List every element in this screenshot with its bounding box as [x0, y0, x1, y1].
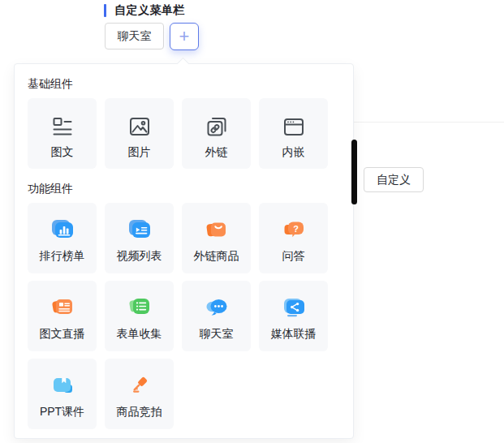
custom-button[interactable]: 自定义	[364, 167, 424, 192]
menu-item-chatroom-button[interactable]: 聊天室	[105, 23, 164, 49]
video-list-icon	[123, 215, 156, 246]
component-label: 排行榜单	[40, 248, 85, 263]
component-label: PPT课件	[40, 404, 84, 419]
embed-window-icon	[280, 112, 308, 140]
question-answer-icon: ?	[278, 215, 310, 246]
popup-arrow	[177, 58, 190, 71]
auction-gavel-icon	[123, 371, 156, 402]
component-label: 视频列表	[117, 248, 162, 263]
component-card-embed[interactable]: 内嵌	[259, 98, 328, 169]
ranking-icon	[46, 215, 79, 246]
component-card-qa[interactable]: ? 问答	[259, 203, 328, 273]
component-label: 内嵌	[282, 144, 305, 159]
component-card-ppt[interactable]: PPT课件	[28, 359, 97, 429]
component-label: 商品竞拍	[117, 404, 162, 419]
menu-bar-title: 自定义菜单栏	[104, 3, 185, 18]
component-card-live-article[interactable]: 图文直播	[28, 281, 97, 351]
component-card-ranking[interactable]: 排行榜单	[28, 203, 97, 273]
component-label: 聊天室	[200, 326, 234, 341]
function-components-row-2: 图文直播	[28, 281, 340, 351]
title-accent-bar	[104, 4, 106, 17]
section-title-function: 功能组件	[28, 182, 340, 195]
component-label: 图文	[51, 144, 74, 159]
component-label: 表单收集	[117, 326, 162, 341]
article-icon	[49, 112, 76, 140]
component-card-auction[interactable]: 商品竞拍	[105, 359, 174, 429]
component-card-video-list[interactable]: 视频列表	[105, 203, 174, 273]
function-components-row-1: 排行榜单 视频列表	[28, 203, 340, 273]
component-label: 媒体联播	[271, 326, 317, 341]
component-label: 问答	[282, 248, 305, 263]
section-title-basic: 基础组件	[28, 77, 340, 90]
component-card-media-broadcast[interactable]: 媒体联播	[259, 281, 328, 351]
function-components-row-3: PPT课件 商品竞拍	[28, 359, 340, 429]
component-card-external-product[interactable]: 外链商品	[182, 203, 251, 273]
component-card-chatroom[interactable]: 聊天室	[182, 281, 251, 351]
plus-icon: +	[179, 28, 190, 45]
section-divider	[354, 122, 504, 123]
menu-editor-screen: 自定义菜单栏 聊天室 + 自定义 基础组件 图文	[0, 0, 504, 443]
component-picker-popup: 基础组件 图文	[14, 63, 354, 439]
media-broadcast-icon	[278, 293, 310, 324]
menu-bar-title-label: 自定义菜单栏	[114, 3, 185, 18]
chat-room-icon	[200, 293, 233, 324]
form-collect-icon	[123, 293, 156, 324]
component-label: 外链商品	[194, 248, 239, 263]
component-card-image[interactable]: 图片	[105, 98, 174, 169]
svg-text:?: ?	[293, 224, 299, 234]
image-icon	[126, 112, 153, 140]
add-menu-item-button[interactable]: +	[170, 23, 199, 50]
external-link-icon	[203, 112, 230, 140]
component-label: 图片	[128, 144, 151, 159]
basic-components-row: 图文 图片	[28, 98, 340, 169]
ppt-courseware-icon	[46, 371, 79, 402]
live-article-icon	[46, 293, 79, 324]
component-card-external-link[interactable]: 外链	[182, 98, 251, 169]
component-label: 外链	[205, 144, 228, 159]
scrollbar-thumb[interactable]	[351, 140, 357, 204]
component-label: 图文直播	[40, 326, 85, 341]
shopping-bag-icon	[200, 215, 233, 246]
component-card-article[interactable]: 图文	[28, 98, 97, 169]
component-card-form-collect[interactable]: 表单收集	[105, 281, 174, 351]
